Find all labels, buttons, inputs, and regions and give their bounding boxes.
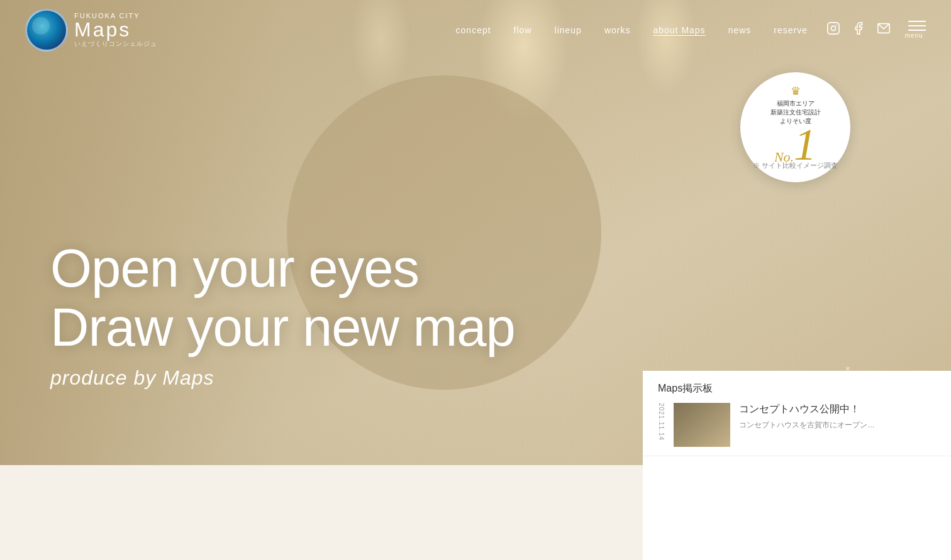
bulletin-thumbnail bbox=[674, 403, 730, 447]
bulletin-entry[interactable]: 2021.11.14 コンセプトハウス公開中！ コンセプトハウスを古賀市にオープ… bbox=[658, 403, 936, 447]
nav-reserve[interactable]: reserve bbox=[774, 25, 808, 35]
nav-lineup[interactable]: lineup bbox=[555, 25, 582, 35]
nav-works[interactable]: works bbox=[604, 25, 631, 35]
badge-number: 1 bbox=[794, 126, 816, 164]
hero-line2: Draw your new map bbox=[50, 298, 515, 357]
svg-point-2 bbox=[836, 25, 837, 26]
bottom-left bbox=[0, 465, 643, 560]
badge-survey-note: ※ サイト比較イメージ調査 bbox=[753, 161, 838, 170]
logo-text: FUKUOKA CITY Maps いえづくりコンシェルジュ bbox=[74, 12, 157, 48]
blog-section: ブログ NEW 2022.0 現場の風景 こんにちは、木曜です！ bbox=[643, 456, 951, 465]
instagram-icon[interactable] bbox=[826, 21, 840, 38]
nav-news[interactable]: news bbox=[728, 25, 752, 35]
nav-about-maps[interactable]: about Maps bbox=[653, 25, 705, 35]
main-nav: concept flow lineup works about Maps new… bbox=[456, 25, 808, 35]
hero-section: Open your eyes Draw your new map produce… bbox=[0, 0, 951, 465]
logo-maps: Maps bbox=[74, 19, 157, 40]
logo[interactable]: FUKUOKA CITY Maps いえづくりコンシェルジュ bbox=[25, 9, 157, 52]
hero-subline: produce by Maps bbox=[50, 366, 515, 390]
bottom-section bbox=[0, 465, 951, 560]
facebook-icon[interactable] bbox=[852, 21, 865, 38]
menu-label: menu bbox=[904, 32, 923, 39]
bulletin-excerpt: コンセプトハウスを古賀市にオープン… bbox=[739, 420, 936, 431]
svg-rect-0 bbox=[828, 23, 839, 34]
logo-icon bbox=[25, 9, 68, 52]
bulletin-date: 2021.11.14 bbox=[658, 403, 665, 447]
bulletin-title: Maps掲示板 bbox=[658, 382, 936, 395]
nav-concept[interactable]: concept bbox=[456, 25, 491, 35]
svg-point-1 bbox=[831, 26, 835, 30]
bottom-right bbox=[643, 465, 951, 560]
hero-line1: Open your eyes bbox=[50, 239, 515, 298]
bulletin-post-title: コンセプトハウス公開中！ bbox=[739, 403, 936, 416]
crown-icon: ♛ bbox=[791, 84, 801, 98]
hero-content: Open your eyes Draw your new map produce… bbox=[50, 239, 515, 390]
bulletin-info: コンセプトハウス公開中！ コンセプトハウスを古賀市にオープン… bbox=[739, 403, 936, 447]
nav-flow[interactable]: flow bbox=[514, 25, 532, 35]
right-panel: Maps掲示板 2021.11.14 コンセプトハウス公開中！ コンセプトハウス… bbox=[643, 371, 951, 465]
hamburger-icon bbox=[908, 21, 926, 31]
header-icons: menu bbox=[826, 21, 926, 39]
hamburger-menu[interactable]: menu bbox=[902, 21, 926, 39]
no1-badge: ♛ 福岡市エリア 新築注文住宅設計 よりそい度 No. 1 ※ サイト比較イメー… bbox=[740, 72, 850, 182]
email-icon[interactable] bbox=[877, 21, 891, 38]
bulletin-board: Maps掲示板 2021.11.14 コンセプトハウス公開中！ コンセプトハウス… bbox=[643, 371, 951, 456]
hero-headline: Open your eyes Draw your new map bbox=[50, 239, 515, 356]
logo-sub: いえづくりコンシェルジュ bbox=[74, 40, 157, 48]
